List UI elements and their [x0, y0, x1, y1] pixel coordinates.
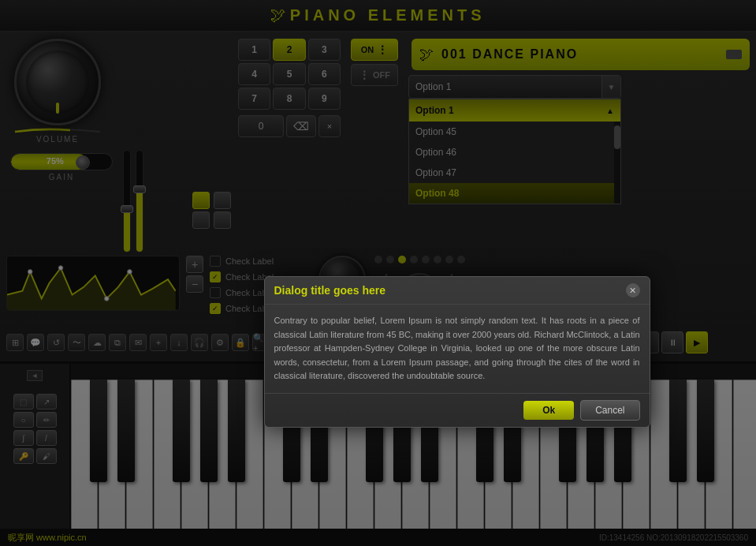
dialog-header: Dialog title goes here ✕	[265, 277, 650, 305]
dialog-footer: Ok Cancel	[265, 393, 650, 427]
dialog-box: Dialog title goes here ✕ Contrary to pop…	[264, 276, 650, 428]
dialog-title: Dialog title goes here	[274, 284, 386, 297]
dialog-close-button[interactable]: ✕	[626, 283, 640, 297]
dialog-overlay: Dialog title goes here ✕ Contrary to pop…	[0, 0, 756, 546]
dialog-body: Contrary to popular belief, Lorem Ipsum …	[265, 305, 650, 393]
dialog-cancel-button[interactable]: Cancel	[580, 400, 639, 421]
dialog-ok-button[interactable]: Ok	[523, 401, 574, 420]
